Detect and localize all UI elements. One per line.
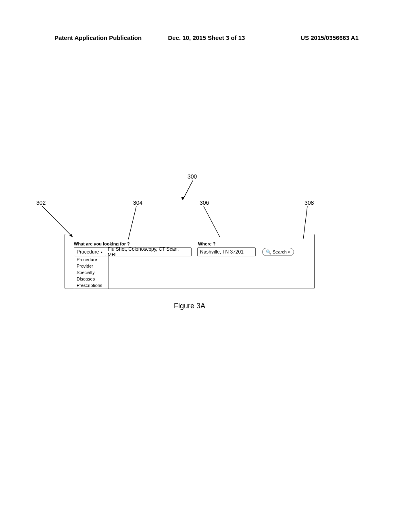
dropdown-selected-label: Procedure [77,249,99,255]
dropdown-item-diseases[interactable]: Diseases [74,276,108,282]
header-patent-number: US 2015/0356663 A1 [257,34,359,41]
callout-labels: 300 302 304 306 308 [44,173,367,234]
procedure-input[interactable]: Flu Shot, Colonoscopy, CT Scan, MRI [105,247,192,256]
dropdown-item-procedure[interactable]: Procedure [74,256,108,263]
callout-300: 300 [188,173,197,180]
leader-300 [189,181,205,205]
header-date-sheet: Dec. 10, 2015 Sheet 3 of 13 [156,34,257,41]
dropdown-item-provider[interactable]: Provider [74,263,108,269]
search-icon: 🔍 [266,249,271,255]
dropdown-item-prescriptions[interactable]: Prescriptions [74,282,108,289]
search-button[interactable]: 🔍 Search » [262,248,294,256]
inputs-row: Procedure ▴ Flu Shot, Colonoscopy, CT Sc… [74,247,305,256]
callout-302: 302 [36,200,46,206]
labels-row: What are you looking for ? Where ? [74,241,305,246]
chevron-right-icon: » [288,249,290,254]
procedure-placeholder-text: Flu Shot, Colonoscopy, CT Scan, MRI [108,246,189,258]
svg-line-2 [42,206,73,237]
dropdown-list: Procedure Provider Specialty Diseases Pr… [74,256,108,289]
figure-container: 300 302 304 306 308 What are you looking… [44,173,367,310]
search-panel: What are you looking for ? Where ? Proce… [65,234,315,289]
callout-308: 308 [305,200,314,206]
svg-line-5 [204,206,220,237]
chevron-up-icon: ▴ [101,250,102,254]
callout-304: 304 [133,200,142,206]
figure-caption: Figure 3A [65,302,315,310]
label-what: What are you looking for ? [74,241,195,246]
category-dropdown[interactable]: Procedure ▴ [74,247,105,256]
search-button-label: Search [273,249,287,254]
location-value-text: Nashville, TN 37201 [200,249,244,255]
dropdown-item-specialty[interactable]: Specialty [74,269,108,276]
location-input[interactable]: Nashville, TN 37201 [197,247,256,256]
label-where: Where ? [198,241,215,246]
header-publication: Patent Application Publication [54,34,156,41]
page-header: Patent Application Publication Dec. 10, … [0,34,413,41]
svg-line-0 [183,181,193,200]
